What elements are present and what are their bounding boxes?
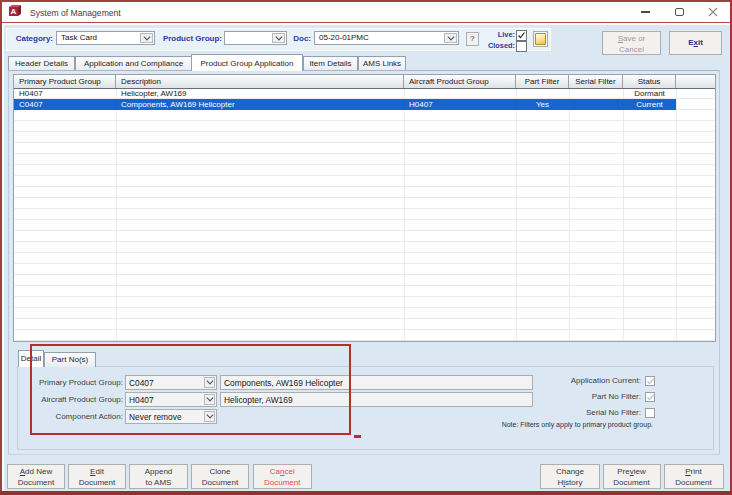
svg-text:A: A: [11, 7, 17, 16]
